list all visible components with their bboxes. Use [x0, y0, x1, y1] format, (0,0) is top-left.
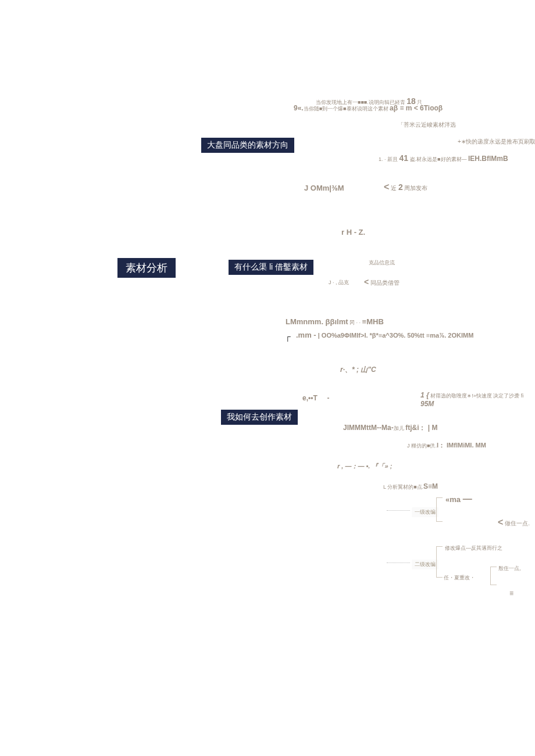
top-line2: 9«.当你随■到一个爆■泰材说明这个素材 aβ ≡ m < 6Tiooβ — [294, 104, 443, 113]
connector-dotted-2 — [387, 562, 410, 563]
top-sub3a: 1. · 新且 — [379, 156, 400, 162]
mid-l4: e,••T - — [302, 394, 329, 402]
bracket-lvl2 — [436, 546, 443, 578]
corner-icon: ┌ — [285, 332, 291, 341]
how-h4: L 分析翼材的■点.S≡M — [383, 482, 438, 491]
mid-l1c: ≡MHB — [362, 317, 384, 326]
bracket-keep2 — [490, 567, 497, 585]
how-h4a: L 分析翼材的■点. — [383, 484, 423, 490]
mid-ch2b: 同品类借管 — [370, 280, 400, 286]
mid-ch1: 克品信息流 — [369, 259, 395, 267]
how-h2a: J 糧仿的■供. — [407, 443, 437, 449]
mid-l5b: 材筛选的敬嗖度∗!»快速度 决定了沙袭 fi — [429, 393, 524, 399]
mid-l1b: 冈 · · — [348, 320, 362, 325]
root-node: 素材分析 — [117, 258, 176, 278]
how-h2: J 糧仿的■供.I： IMflMiMI. MM — [407, 441, 486, 450]
mid-l3: r·、* ; 山"C — [340, 365, 376, 375]
edit-lvl1: 一级改编 — [412, 507, 438, 517]
mid-l2b: | OO%a9ΦlMIf>I. *β*≡a^3O%. 50%tt ≡ma⅞. 2… — [316, 332, 474, 339]
lt-icon: < — [384, 182, 389, 192]
how-h1b: 加儿 — [394, 425, 406, 431]
top-sub1: 「菩米云近峻素材泮选 — [398, 121, 456, 129]
how-h1a: JIMMMttM--Ma- — [343, 424, 394, 432]
mid-l5c: 95M — [420, 400, 434, 408]
node-direction: 大盘同品类的素材方向 — [201, 138, 294, 153]
mid-l5: 1 { 材筛选的敬嗖度∗!»快速度 决定了沙袭 fi 95M — [420, 391, 523, 408]
edit-ma: «ma — — [445, 494, 472, 504]
top-filter2: < 近 2 周加发布 — [384, 182, 427, 192]
edit-keep1-text: 做住一点. — [505, 520, 530, 526]
how-h3: r , —：— •. 『「» ; — [337, 462, 392, 471]
mid-l5a: 1 { — [420, 391, 429, 399]
top-hz: r H - Z. — [341, 228, 365, 237]
mid-l4b: - — [327, 394, 329, 402]
bracket-lvl1 — [436, 497, 443, 522]
node-how: 我如何去创作素材 — [221, 410, 298, 425]
top-line2b: 当你随■到一个爆■泰材说明这个素材 — [304, 106, 390, 112]
mid-ch2b-wrap: < 同品类借管 — [364, 277, 400, 287]
top-line2a: 9«. — [294, 104, 304, 112]
top-sub3d: IEH.BflMmB — [468, 155, 508, 163]
lt-icon-3: < — [498, 517, 503, 527]
how-h1: JIMMMttM--Ma-加儿 ftj&i： | M — [343, 423, 438, 433]
top-filter2b: 2 — [398, 182, 403, 192]
top-line2c: aβ ≡ m < 6Tiooβ — [390, 104, 443, 112]
top-filter1: J OMm|⅜M — [304, 184, 344, 192]
lt-icon-2: < — [364, 277, 369, 286]
mid-ch2a: J · , 品克 — [329, 279, 349, 286]
how-h4b: S≡M — [423, 482, 438, 490]
edit-keep1: < 做住一点. — [498, 517, 530, 528]
top-sub2: +∗快的递度永远是推布页刷取 — [458, 138, 535, 146]
edit-ren: 任・夏重改・ — [444, 574, 475, 582]
edit-ma-text: «ma — [445, 495, 461, 504]
how-h1c: ftj&i： | M — [405, 424, 437, 432]
top-filter2c: 周加发布 — [403, 185, 428, 191]
node-channels: 有什么渠 li 借鑿素材 — [229, 260, 313, 275]
mid-l2: .mm - | OO%a9ΦlMIf>I. *β*≡a^3O%. 50%tt ≡… — [296, 331, 473, 339]
edit-bottom: ≡ — [509, 589, 513, 597]
edit-keep2: 殷住一点, — [498, 565, 521, 572]
edit-mod: 修改爆点—反其邁而行之 — [445, 544, 502, 552]
mid-l4a: e,••T — [302, 394, 318, 402]
top-sub3b: 41 — [400, 153, 409, 163]
top-filter2a: 近 — [391, 185, 398, 191]
edit-lvl2: 二级改编 — [412, 560, 438, 569]
connector-dotted-1 — [387, 510, 410, 511]
mid-l1: LMmnmm. ββılmt 冈 · · ≡MHB — [286, 317, 384, 327]
how-h2b: I： IMflMiMI. MM — [437, 442, 486, 449]
mid-l2a: .mm - — [296, 331, 316, 339]
top-sub3c: 盗.材永远是■好的素材— — [408, 156, 468, 162]
top-sub3: 1. · 新且 41 盗.材永远是■好的素材— IEH.BflMmB — [379, 153, 508, 163]
mid-l1a: LMmnmm. ββılmt — [286, 317, 348, 326]
edit-dash: — — [463, 494, 472, 504]
